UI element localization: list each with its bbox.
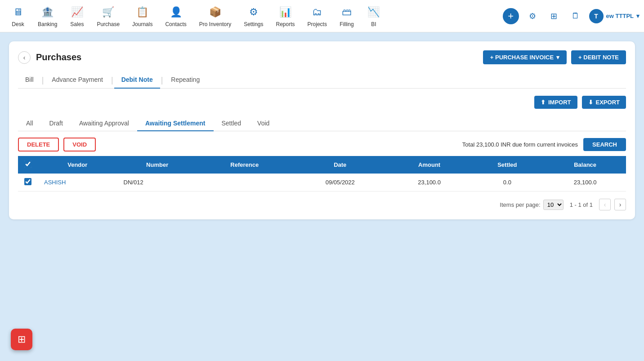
nav-item-reports[interactable]: 📊 Reports	[270, 1, 301, 31]
nav-item-contacts[interactable]: 👤 Contacts	[159, 1, 192, 31]
document-icon[interactable]: 🗒	[568, 8, 584, 24]
filter-tab-all[interactable]: All	[18, 116, 41, 131]
nav-label-reports: Reports	[276, 21, 295, 27]
tab-bill[interactable]: Bill	[18, 71, 41, 89]
items-per-page: Items per page: 10 25 50	[500, 200, 563, 210]
purchase-invoice-button[interactable]: + PURCHASE INVOICE ▾	[483, 50, 567, 64]
projects-icon: 🗂	[310, 5, 324, 19]
avatar: T	[589, 9, 604, 23]
sales-icon: 📈	[70, 5, 84, 19]
tab-advance-payment[interactable]: Advance Payment	[45, 71, 110, 89]
debit-note-label: + DEBIT NOTE	[578, 54, 619, 61]
nav-item-journals[interactable]: 📋 Journals	[126, 1, 159, 31]
nav-right: + ⚙ ⊞ 🗒 T ew TTTPL ▾	[503, 8, 640, 24]
journals-icon: 📋	[135, 5, 150, 19]
date-col-header: Date	[292, 156, 389, 174]
desk-icon: 🖥	[11, 5, 25, 19]
nav-item-sales[interactable]: 📈 Sales	[63, 1, 90, 31]
sub-toolbar: ⬆ IMPORT ⬇ EXPORT	[18, 96, 626, 109]
filter-tab-settled[interactable]: Settled	[214, 116, 250, 131]
import-label: IMPORT	[548, 99, 571, 106]
table-body: ASHISH DN/012 09/05/2022 23,100.0 0.0 23…	[18, 174, 626, 192]
fab-button[interactable]: ⊞	[11, 329, 32, 350]
nav-label-purchase: Purchase	[97, 21, 120, 27]
reference-cell	[197, 174, 292, 192]
reports-icon: 📊	[278, 5, 293, 19]
banking-icon: 🏦	[40, 5, 55, 19]
table-row: ASHISH DN/012 09/05/2022 23,100.0 0.0 23…	[18, 174, 626, 192]
settings-icon: ⚙	[246, 5, 261, 19]
items-per-page-label: Items per page:	[500, 201, 540, 208]
back-button[interactable]: ‹	[18, 51, 31, 64]
number-cell: DN/012	[117, 174, 197, 192]
add-button[interactable]: +	[503, 8, 519, 24]
filter-tab-awaiting-settlement[interactable]: Awaiting Settlement	[137, 116, 214, 131]
tab-repeating[interactable]: Repeating	[164, 71, 207, 89]
items-per-page-select[interactable]: 10 25 50	[543, 200, 564, 210]
filter-tab-draft[interactable]: Draft	[41, 116, 71, 131]
contacts-icon: 👤	[169, 5, 183, 19]
filter-tab-void[interactable]: Void	[249, 116, 277, 131]
action-bar: DELETE VOID Total 23,100.0 INR due form …	[18, 138, 626, 152]
export-icon: ⬇	[588, 99, 593, 106]
page-header: ‹ Purchases + PURCHASE INVOICE ▾ + DEBIT…	[18, 50, 626, 64]
delete-button[interactable]: DELETE	[18, 138, 59, 152]
nav-item-projects[interactable]: 🗂 Projects	[301, 1, 333, 31]
next-page-button[interactable]: ›	[614, 199, 626, 210]
debit-note-button[interactable]: + DEBIT NOTE	[571, 50, 626, 64]
pro-inventory-icon: 📦	[208, 5, 222, 19]
date-cell: 09/05/2022	[292, 174, 389, 192]
nav-label-banking: Banking	[38, 21, 57, 27]
select-all-col	[18, 156, 38, 174]
nav-label-journals: Journals	[132, 21, 152, 27]
reference-col-header: Reference	[197, 156, 292, 174]
nav-items: 🖥 Desk 🏦 Banking 📈 Sales 🛒 Purchase 📋 Jo…	[4, 1, 503, 31]
prev-page-button[interactable]: ‹	[599, 199, 611, 210]
nav-label-contacts: Contacts	[165, 21, 186, 27]
nav-item-purchase[interactable]: 🛒 Purchase	[90, 1, 126, 31]
import-icon: ⬆	[541, 99, 546, 106]
vendor-col-header: Vendor	[38, 156, 117, 174]
filter-tab-awaiting-approval[interactable]: Awaiting Approval	[71, 116, 137, 131]
dropdown-arrow-icon: ▾	[556, 54, 559, 61]
row-checkbox[interactable]	[24, 178, 31, 185]
nav-item-bi[interactable]: 📉 BI	[360, 1, 387, 31]
settled-cell: 0.0	[470, 174, 544, 192]
tab-debit-note[interactable]: Debit Note	[114, 71, 160, 89]
export-button[interactable]: ⬇ EXPORT	[582, 96, 626, 109]
purchase-invoice-label: + PURCHASE INVOICE	[490, 54, 554, 61]
total-text: Total 23,100.0 INR due form current invo…	[462, 141, 578, 148]
user-label: ew TTTPL	[606, 13, 634, 19]
fab-icon: ⊞	[18, 334, 26, 345]
page-header-right: + PURCHASE INVOICE ▾ + DEBIT NOTE	[483, 50, 626, 64]
nav-label-pro-inventory: Pro Inventory	[199, 21, 231, 27]
action-left: DELETE VOID	[18, 138, 96, 152]
nav-item-desk[interactable]: 🖥 Desk	[4, 1, 31, 31]
page-header-left: ‹ Purchases	[18, 51, 81, 64]
tab-sep-1: |	[41, 76, 45, 84]
settled-col-header: Settled	[470, 156, 544, 174]
row-checkbox-cell	[18, 174, 38, 192]
main-tabs-row: Bill | Advance Payment | Debit Note | Re…	[18, 71, 626, 89]
grid-icon[interactable]: ⊞	[546, 8, 562, 24]
filter-tabs-row: All Draft Awaiting Approval Awaiting Set…	[18, 116, 626, 131]
bi-icon: 📉	[367, 5, 381, 19]
vendor-cell[interactable]: ASHISH	[38, 174, 117, 192]
nav-item-filling[interactable]: 🗃 Filling	[333, 1, 360, 31]
nav-item-pro-inventory[interactable]: 📦 Pro Inventory	[193, 1, 237, 31]
void-button[interactable]: VOID	[63, 138, 96, 152]
gear-icon[interactable]: ⚙	[524, 8, 541, 24]
user-menu[interactable]: T ew TTTPL ▾	[589, 9, 640, 23]
page-title: Purchases	[36, 52, 81, 62]
balance-cell: 23,100.0	[544, 174, 626, 192]
select-all-checkbox[interactable]	[24, 160, 31, 168]
chevron-down-icon: ▾	[636, 13, 640, 19]
nav-item-settings[interactable]: ⚙ Settings	[237, 1, 269, 31]
nav-label-sales: Sales	[70, 21, 84, 27]
nav-item-banking[interactable]: 🏦 Banking	[31, 1, 63, 31]
action-right: Total 23,100.0 INR due form current invo…	[462, 138, 626, 151]
import-button[interactable]: ⬆ IMPORT	[534, 96, 577, 109]
search-button[interactable]: SEARCH	[583, 138, 626, 151]
export-label: EXPORT	[596, 99, 620, 106]
nav-label-settings: Settings	[244, 21, 263, 27]
